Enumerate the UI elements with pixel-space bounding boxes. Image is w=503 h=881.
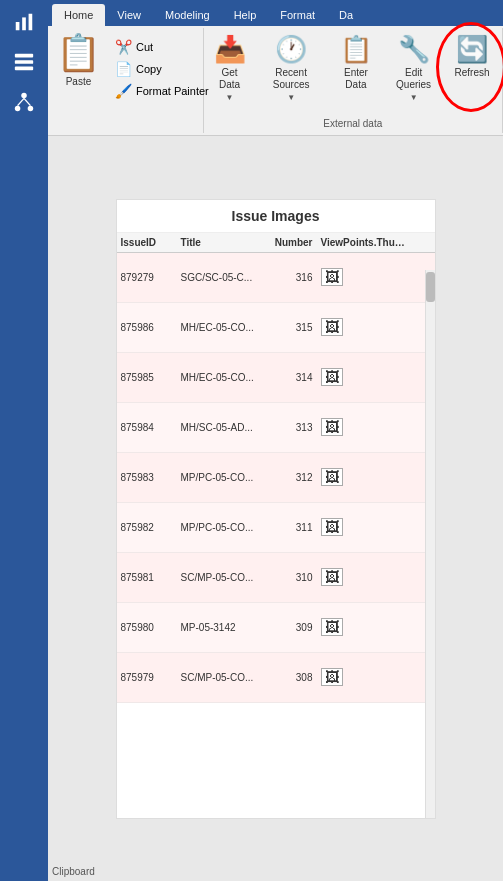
scrollbar[interactable] [425,270,435,818]
header-issueid: IssueID [117,233,177,252]
sidebar-icon-model[interactable] [6,84,42,120]
paste-button[interactable]: 📋 Paste [50,30,107,89]
cell-issueid: 875981 [117,568,177,587]
cell-issueid: 875979 [117,668,177,687]
copy-button[interactable]: 📄 Copy [111,58,213,80]
edit-queries-button[interactable]: 🔧 Edit Queries ▼ [385,30,442,112]
cell-viewpoints: 🖼 [317,664,417,690]
cut-icon: ✂️ [115,39,132,55]
format-painter-icon: 🖌️ [115,83,132,99]
cell-number: 308 [267,668,317,687]
get-data-icon: 📥 [214,34,246,65]
cell-issueid: 875983 [117,468,177,487]
svg-rect-5 [15,67,33,71]
cell-title: MP/PC-05-CO... [177,518,267,537]
svg-rect-3 [15,54,33,58]
enter-data-button[interactable]: 📋 Enter Data [331,30,381,112]
table-row[interactable]: 875980 MP-05-3142 309 🖼 [117,603,435,653]
svg-rect-4 [15,60,33,64]
table-row[interactable]: 875979 SC/MP-05-CO... 308 🖼 [117,653,435,703]
copy-icon: 📄 [115,61,132,77]
tab-help[interactable]: Help [222,4,269,26]
header-title: Title [177,233,267,252]
cell-issueid: 879279 [117,268,177,287]
cell-title: SC/MP-05-CO... [177,568,267,587]
clipboard-group: 📋 Paste ✂️ Cut 📄 Copy 🖌️ Format Painter [48,28,204,133]
cell-issueid: 875986 [117,318,177,337]
cell-title: SGC/SC-05-C... [177,268,267,287]
cell-number: 312 [267,468,317,487]
tab-format[interactable]: Format [268,4,327,26]
table-body: 879279 SGC/SC-05-C... 316 🖼 875986 MH/EC… [117,253,435,801]
tab-home[interactable]: Home [52,4,105,26]
cell-issueid: 875984 [117,418,177,437]
cell-viewpoints: 🖼 [317,264,417,290]
cell-title: MH/EC-05-CO... [177,318,267,337]
svg-rect-0 [16,22,20,30]
get-data-button[interactable]: 📥 Get Data ▼ [208,30,252,112]
main-content: Issue Images IssueID Title Number ViewPo… [48,136,503,881]
scrollbar-thumb[interactable] [426,272,435,302]
table-row[interactable]: 879279 SGC/SC-05-C... 316 🖼 [117,253,435,303]
table-row[interactable]: 875981 SC/MP-05-CO... 310 🖼 [117,553,435,603]
clipboard-label: Clipboard [52,866,95,877]
tab-modeling[interactable]: Modeling [153,4,222,26]
refresh-icon: 🔄 [456,34,488,65]
external-data-label: External data [208,118,498,131]
cell-viewpoints: 🖼 [317,464,417,490]
cell-viewpoints: 🖼 [317,314,417,340]
edit-queries-icon: 🔧 [398,34,430,65]
thumbnail-image: 🖼 [321,618,343,636]
format-painter-button[interactable]: 🖌️ Format Painter [111,80,213,102]
external-data-group: 📥 Get Data ▼ 🕐 Recent Sources ▼ 📋 Enter … [204,28,503,133]
cell-title: MH/EC-05-CO... [177,368,267,387]
thumbnail-image: 🖼 [321,518,343,536]
cell-number: 314 [267,368,317,387]
sidebar-icon-data[interactable] [6,44,42,80]
cut-button[interactable]: ✂️ Cut [111,36,213,58]
tab-view[interactable]: View [105,4,153,26]
thumbnail-image: 🖼 [321,268,343,286]
cell-number: 311 [267,518,317,537]
ribbon: 📋 Paste ✂️ Cut 📄 Copy 🖌️ Format Painter [48,26,503,136]
enter-data-icon: 📋 [340,34,372,65]
paste-icon: 📋 [56,32,101,74]
svg-point-6 [21,93,27,99]
table-row[interactable]: 875985 MH/EC-05-CO... 314 🖼 [117,353,435,403]
svg-point-7 [15,106,21,112]
header-number: Number [267,233,317,252]
cell-number: 316 [267,268,317,287]
thumbnail-image: 🖼 [321,668,343,686]
cell-title: MP-05-3142 [177,618,267,637]
cell-number: 309 [267,618,317,637]
table-row[interactable]: 875982 MP/PC-05-CO... 311 🖼 [117,503,435,553]
cell-number: 313 [267,418,317,437]
table-row[interactable]: 875984 MH/SC-05-AD... 313 🖼 [117,403,435,453]
svg-line-10 [24,98,30,105]
cell-title: MH/SC-05-AD... [177,418,267,437]
thumbnail-image: 🖼 [321,568,343,586]
recent-sources-button[interactable]: 🕐 Recent Sources ▼ [256,30,327,112]
ribbon-tabs: Home View Modeling Help Format Da [48,0,503,26]
svg-line-9 [18,98,24,105]
edit-queries-arrow-icon: ▼ [410,93,418,102]
cell-viewpoints: 🖼 [317,414,417,440]
recent-sources-arrow-icon: ▼ [287,93,295,102]
header-viewpoints: ViewPoints.ThumbnailUrl [317,233,417,252]
thumbnail-image: 🖼 [321,468,343,486]
svg-rect-2 [29,14,33,31]
tab-da[interactable]: Da [327,4,365,26]
cell-issueid: 875982 [117,518,177,537]
refresh-button[interactable]: 🔄 Refresh [446,30,498,112]
thumbnail-image: 🖼 [321,318,343,336]
recent-sources-icon: 🕐 [275,34,307,65]
sidebar-icon-report[interactable] [6,4,42,40]
table-row[interactable]: 875986 MH/EC-05-CO... 315 🖼 [117,303,435,353]
cell-title: MP/PC-05-CO... [177,468,267,487]
cell-issueid: 875985 [117,368,177,387]
get-data-arrow-icon: ▼ [226,93,234,102]
cell-viewpoints: 🖼 [317,564,417,590]
cell-issueid: 875980 [117,618,177,637]
svg-rect-1 [22,17,26,30]
table-row[interactable]: 875983 MP/PC-05-CO... 312 🖼 [117,453,435,503]
